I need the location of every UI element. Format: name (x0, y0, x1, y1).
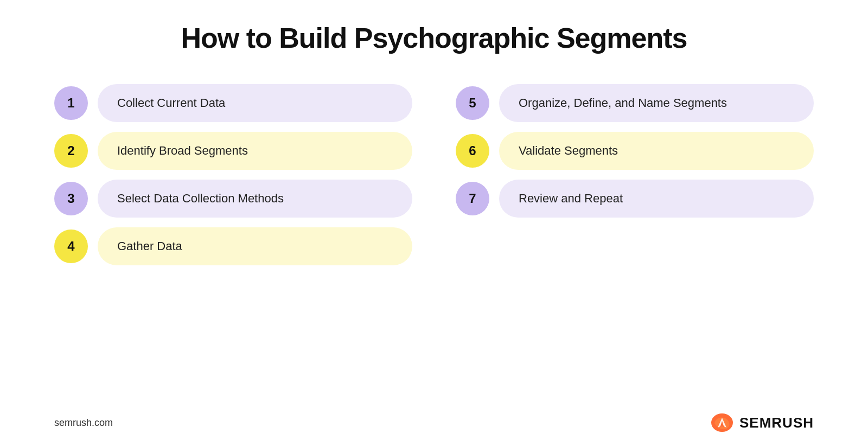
step-pill-6: Validate Segments (499, 132, 814, 170)
step-badge-5: 5 (456, 86, 489, 120)
step-badge-7: 7 (456, 182, 489, 215)
semrush-icon (710, 412, 734, 433)
step-badge-2: 2 (54, 134, 88, 168)
step-pill-2: Identify Broad Segments (98, 132, 412, 170)
semrush-brand-text: SEMRUSH (739, 415, 814, 431)
step-badge-4: 4 (54, 230, 88, 263)
page-wrapper: How to Build Psychographic Segments 1Col… (22, 0, 846, 282)
step-badge-6: 6 (456, 134, 489, 168)
step-pill-5: Organize, Define, and Name Segments (499, 84, 814, 122)
footer: semrush.com SEMRUSH (22, 412, 846, 446)
step-pill-1: Collect Current Data (98, 84, 412, 122)
step-pill-3: Select Data Collection Methods (98, 180, 412, 218)
empty-cell (456, 227, 814, 265)
footer-url: semrush.com (54, 417, 113, 429)
steps-grid: 1Collect Current Data5Organize, Define, … (54, 84, 814, 265)
step-item-4: 4Gather Data (54, 227, 412, 265)
step-pill-4: Gather Data (98, 227, 412, 265)
step-item-1: 1Collect Current Data (54, 84, 412, 122)
step-item-7: 7Review and Repeat (456, 180, 814, 218)
step-badge-3: 3 (54, 182, 88, 215)
step-item-3: 3Select Data Collection Methods (54, 180, 412, 218)
page-title: How to Build Psychographic Segments (181, 22, 687, 54)
step-item-2: 2Identify Broad Segments (54, 132, 412, 170)
step-pill-7: Review and Repeat (499, 180, 814, 218)
step-badge-1: 1 (54, 86, 88, 120)
semrush-logo: SEMRUSH (710, 412, 814, 433)
step-item-5: 5Organize, Define, and Name Segments (456, 84, 814, 122)
step-item-6: 6Validate Segments (456, 132, 814, 170)
